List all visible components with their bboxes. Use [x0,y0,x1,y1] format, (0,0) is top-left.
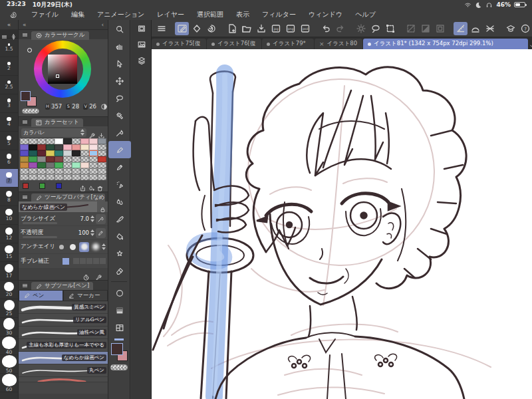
trash-icon[interactable] [96,396,103,399]
main-color-swatch[interactable] [21,91,31,101]
trash-icon[interactable] [96,182,104,190]
palette-swatch[interactable] [55,162,63,168]
add-droplet-icon[interactable] [88,182,95,190]
palette-swatch[interactable] [80,156,89,162]
timer-icon[interactable] [82,268,90,281]
antialias-strong[interactable] [90,242,100,252]
invert-select-button[interactable] [418,22,432,35]
palette-swatch[interactable] [72,150,80,156]
new-file-button[interactable] [225,22,239,35]
palette-swatch[interactable] [29,138,37,144]
open-folder-button[interactable] [239,22,253,35]
palette-swatch[interactable] [89,174,98,180]
menu-ファイル[interactable]: ファイル [31,10,59,19]
stabilize-chip[interactable] [63,258,69,265]
move-layer-tool[interactable] [108,72,131,89]
palette-swatch[interactable] [98,144,106,150]
transparent-color-chip[interactable] [22,108,39,114]
palette-swatch[interactable] [98,168,106,174]
import-box-icon[interactable] [72,396,79,399]
palette-swatch[interactable] [80,144,89,150]
file-psd-button[interactable]: psd [298,22,312,35]
brush-size-20[interactable]: 20 [0,281,18,299]
palette-swatch[interactable] [98,162,106,168]
lock-icon[interactable] [99,203,106,211]
brush-item-partial[interactable] [19,377,108,382]
eyedropper-tool[interactable] [108,124,131,141]
quick-color-swatch[interactable] [56,183,62,189]
auto-select-tool[interactable] [108,106,131,124]
palette-swatch[interactable] [72,162,80,168]
brush-size-60[interactable]: 60 [0,374,18,392]
clip-spiral-button[interactable] [204,22,218,35]
brush-size-40[interactable]: 40 [0,336,18,355]
palette-swatch[interactable] [37,144,46,150]
import-box-icon[interactable] [98,130,105,137]
brush-size-15[interactable]: 15 [0,243,18,262]
tab-sub-tool[interactable]: サブツール[ペン] [31,282,93,291]
blend-tool[interactable] [108,193,131,210]
eraser-tool[interactable] [108,262,131,279]
subtool-tab-マーカー[interactable]: マーカー [63,290,108,301]
main-menu-button[interactable] [154,22,168,35]
brush-size-4[interactable]: 4 [0,113,18,132]
wrench-icon[interactable] [95,268,102,281]
close-tab-icon[interactable]: × [319,41,325,47]
undo-button[interactable] [319,22,332,35]
canvas-tab[interactable]: イラスト81* (1342 x 754px 72dpi 299.1%) [363,39,528,49]
palette-select[interactable]: カラパレ [21,128,86,137]
brush-size-50[interactable]: 50 [0,355,18,374]
antialias-stepper[interactable] [102,243,106,251]
palette-swatch[interactable] [63,144,72,150]
opacity-slider[interactable] [23,236,57,238]
eyedropper-icon[interactable] [97,215,104,223]
panel-menu-icon[interactable] [21,118,29,126]
brush-size-3[interactable]: 3 [0,94,18,113]
palette-swatch[interactable] [46,150,55,156]
palette-swatch[interactable] [72,156,80,162]
canvas-panel-button[interactable] [131,20,152,36]
reference-panel-button[interactable] [131,36,152,52]
lasso-select-tool[interactable] [108,89,131,106]
brush-size-8[interactable]: 8 [0,188,18,206]
palette-swatch[interactable] [55,138,63,144]
brush-size-slider[interactable] [23,222,57,224]
edit-canvas-button[interactable] [175,22,189,35]
sv-marker[interactable] [56,74,59,78]
quick-color-swatch[interactable] [39,183,45,189]
operation-tool[interactable] [108,55,131,72]
palette-swatch[interactable] [20,156,29,162]
panel-menu-icon[interactable] [21,282,29,289]
drawing-canvas[interactable] [152,49,532,399]
stabilize-segments[interactable] [73,258,106,264]
palette-swatch[interactable] [98,138,106,144]
palette-swatch[interactable] [46,174,55,180]
pencil-icon[interactable] [97,229,104,237]
palette-swatch[interactable] [72,174,80,180]
transform-button[interactable] [383,22,397,35]
brush-size-6[interactable]: 6 [0,150,18,169]
palette-swatch[interactable] [20,150,29,156]
palette-swatch[interactable] [46,162,55,168]
brush-item-質感スミペン[interactable]: 質感スミペン [19,301,108,314]
menu-ヘルプ[interactable]: ヘルプ [355,10,376,19]
menu-表示[interactable]: 表示 [236,10,249,19]
palette-swatch[interactable] [98,174,106,180]
canvas-tab[interactable]: イラスト75[復 [152,39,206,49]
brush-item-油性ペン風[interactable]: 油性ペン風 [19,327,108,339]
sv-square[interactable] [48,55,77,84]
color-mode-toggle-icon[interactable] [100,103,108,110]
subtool-tab-ペン[interactable]: ペン [19,290,63,301]
palette-swatch[interactable] [20,138,29,144]
fill-bucket-tool[interactable] [108,227,131,245]
brush-size-7[interactable]: 7 [0,169,18,188]
color-mode-icon[interactable] [100,103,108,110]
palette-swatch[interactable] [20,174,29,180]
brush-size-value[interactable]: 7.0 [74,215,89,222]
wrench-icon[interactable] [88,126,96,139]
canvas-tab[interactable]: イラスト76[復 [207,39,261,49]
duplicate-icon[interactable] [84,396,91,399]
palette-swatch[interactable] [63,156,72,162]
palette-swatch[interactable] [29,168,37,174]
menu-フィルター[interactable]: フィルター [262,10,296,19]
